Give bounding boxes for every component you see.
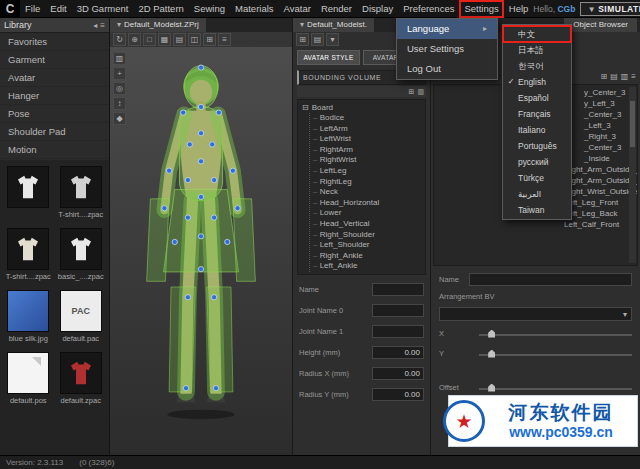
library-file-item[interactable]: basic_....zpac xyxy=(58,228,105,281)
language-menu-item[interactable]: 日本語 xyxy=(503,42,571,58)
viewport-side-tool-icon[interactable] xyxy=(113,82,126,95)
bounding-volume-tool-icon[interactable] xyxy=(417,88,424,96)
object-browser-tool-icon[interactable] xyxy=(610,72,618,81)
library-file-item[interactable]: T-shirt....zpac xyxy=(58,166,105,219)
tree-item[interactable]: RightArm xyxy=(313,145,425,156)
file-thumbnail[interactable] xyxy=(7,352,49,394)
slider-thumb[interactable] xyxy=(488,330,495,338)
viewport-tool-icon[interactable] xyxy=(128,33,141,46)
menu-item[interactable]: Sewing xyxy=(189,0,230,18)
viewport-tool-icon[interactable] xyxy=(158,33,171,46)
slider-thumb[interactable] xyxy=(488,384,495,392)
library-nav-item[interactable]: Hanger xyxy=(0,87,109,105)
library-nav-item[interactable]: Favorites xyxy=(0,33,109,51)
language-menu-item[interactable]: Türkçe xyxy=(503,170,571,186)
language-menu-item[interactable]: русский xyxy=(503,154,571,170)
menu-item[interactable]: Render xyxy=(316,0,357,18)
property-tool-icon[interactable] xyxy=(326,33,339,46)
slider-thumb[interactable] xyxy=(488,350,495,358)
viewport-tool-icon[interactable] xyxy=(188,33,201,46)
viewport-side-tool-icon[interactable] xyxy=(113,67,126,80)
library-file-item[interactable]: default.zpac xyxy=(58,352,105,405)
scrollbar-thumb[interactable] xyxy=(630,101,635,147)
tree-item[interactable]: Head_Vertical xyxy=(313,219,425,230)
language-menu-item[interactable]: Italiano xyxy=(503,122,571,138)
settings-menu-item[interactable]: Log Out xyxy=(397,59,497,79)
property-tab[interactable]: Default_Modelst. xyxy=(293,18,374,32)
tree-item[interactable]: Head_Horizontal xyxy=(313,198,425,209)
viewport-side-tool-icon[interactable] xyxy=(113,52,126,65)
field-value[interactable] xyxy=(372,325,424,338)
library-file-item[interactable]: T-shirt....zpac xyxy=(5,228,52,281)
tab-object-browser[interactable]: Object Browser xyxy=(564,18,637,32)
menu-item[interactable]: File xyxy=(20,0,45,18)
library-nav-item[interactable]: Avatar xyxy=(0,69,109,87)
viewport-tool-icon[interactable] xyxy=(218,33,231,46)
library-header-icon[interactable] xyxy=(100,21,105,30)
tree-item[interactable]: LeftLeg xyxy=(313,166,425,177)
tree-item[interactable]: RightWrist xyxy=(313,155,425,166)
tree-item[interactable]: Left_Shoulder xyxy=(313,240,425,251)
viewport-tool-icon[interactable] xyxy=(203,33,216,46)
tab-avatar-style[interactable]: AVATAR STYLE xyxy=(297,50,360,65)
library-file-item[interactable]: blue silk.jpg xyxy=(5,290,52,343)
language-menu-item[interactable]: 한국어 xyxy=(503,58,571,74)
tree-item[interactable]: LeftWrist xyxy=(313,134,425,145)
object-browser-tool-icon[interactable] xyxy=(621,72,629,81)
library-nav-item[interactable]: Pose xyxy=(0,105,109,123)
language-menu-item[interactable]: العربية xyxy=(503,186,571,202)
menu-item[interactable]: Edit xyxy=(45,0,71,18)
object-browser-tool-icon[interactable] xyxy=(631,72,636,81)
tree-item[interactable]: RightLeg xyxy=(313,177,425,188)
tree-item[interactable]: Lower xyxy=(313,208,425,219)
menu-item[interactable]: 3D Garment xyxy=(72,0,134,18)
collapse-icon[interactable] xyxy=(302,102,309,113)
scrollbar[interactable] xyxy=(629,87,636,263)
settings-menu-item[interactable]: Language xyxy=(397,19,497,39)
property-tool-icon[interactable] xyxy=(296,33,309,46)
y-slider[interactable] xyxy=(479,348,632,360)
library-file-item[interactable] xyxy=(5,166,52,219)
library-file-item[interactable]: default.pos xyxy=(5,352,52,405)
field-value[interactable]: 0.00 xyxy=(372,388,424,401)
name-input[interactable] xyxy=(469,273,632,286)
object-browser-tool-icon[interactable] xyxy=(601,72,608,81)
file-thumbnail[interactable] xyxy=(7,290,49,332)
bounding-volume-tool-icon[interactable] xyxy=(409,88,415,96)
menu-item[interactable]: Settings xyxy=(459,0,503,18)
object-tree-item[interactable]: Left_Calf_Front xyxy=(434,219,637,230)
menu-item[interactable]: Help xyxy=(504,0,534,18)
library-nav-item[interactable]: Motion xyxy=(0,141,109,159)
field-value[interactable] xyxy=(372,304,424,317)
arrangement-select[interactable] xyxy=(439,307,632,321)
viewport-tool-icon[interactable] xyxy=(173,33,186,46)
viewport-side-tool-icon[interactable] xyxy=(113,112,126,125)
tree-root-board[interactable]: Board xyxy=(302,102,425,113)
viewport-tool-icon[interactable] xyxy=(143,33,156,46)
tree-item[interactable]: Neck xyxy=(313,187,425,198)
menu-item[interactable]: Avatar xyxy=(279,0,316,18)
avatar-3d[interactable] xyxy=(126,46,276,441)
field-value[interactable] xyxy=(372,283,424,296)
language-menu-item[interactable]: Português xyxy=(503,138,571,154)
settings-menu-item[interactable]: User Settings xyxy=(397,39,497,59)
library-file-item[interactable]: PAC default.pac xyxy=(58,290,105,343)
menu-item[interactable]: Materials xyxy=(230,0,279,18)
x-slider[interactable] xyxy=(479,328,632,340)
offset-slider[interactable] xyxy=(479,382,632,394)
library-header-icon[interactable] xyxy=(93,21,97,30)
simulation-button[interactable]: SIMULATION xyxy=(580,2,640,16)
file-thumbnail[interactable] xyxy=(60,228,102,270)
library-nav-item[interactable]: Shoulder Pad xyxy=(0,123,109,141)
language-menu-item[interactable]: Español xyxy=(503,90,571,106)
file-thumbnail[interactable] xyxy=(60,166,102,208)
language-menu-item[interactable]: English xyxy=(503,74,571,90)
tree-item[interactable]: LeftArm xyxy=(313,124,425,135)
tree-item[interactable]: Right_Shoulder xyxy=(313,230,425,241)
tree-item[interactable]: Left_Ankle xyxy=(313,261,425,272)
menu-item[interactable]: Display xyxy=(357,0,398,18)
viewport-tab[interactable]: Default_Modelst.ZPrj xyxy=(110,18,206,32)
file-thumbnail[interactable] xyxy=(7,166,49,208)
file-thumbnail[interactable] xyxy=(60,352,102,394)
language-menu-item[interactable]: Taiwan xyxy=(503,202,571,218)
